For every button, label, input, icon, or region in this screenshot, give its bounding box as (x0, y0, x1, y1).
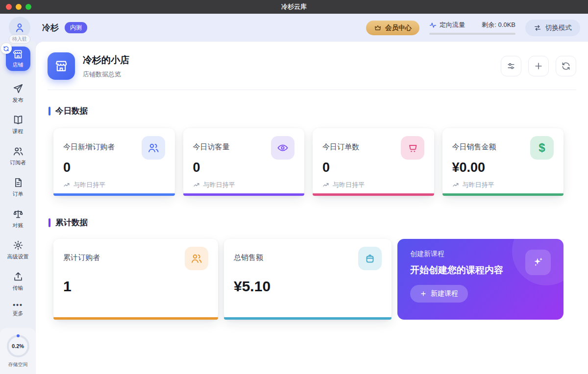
scales-icon (13, 209, 24, 219)
sidebar-item-publish[interactable]: 发布 (0, 78, 36, 109)
sidebar: 店铺 发布 课程 订阅者 (0, 42, 36, 374)
trend-up-icon (63, 182, 71, 189)
ellipsis-icon: ••• (13, 303, 23, 307)
sidebar-item-transfer[interactable]: 传输 (0, 266, 36, 297)
page-subtitle: 店铺数据总览 (83, 70, 129, 79)
bag-icon (358, 247, 382, 270)
sidebar-item-orders[interactable]: 订单 (0, 172, 36, 203)
section-accent-bar (49, 218, 50, 227)
beta-badge: 内测 (65, 22, 87, 33)
stat-card-orders[interactable]: 今日订单数 0 与昨日持平 (313, 128, 434, 196)
card-accent-bar (313, 193, 434, 196)
gear-icon (13, 240, 24, 251)
sidebar-item-shop[interactable]: 店铺 (6, 47, 30, 71)
traffic-progressbar (429, 33, 515, 35)
sidebar-item-advanced-settings[interactable]: 高级设置 (0, 234, 36, 266)
card-accent-bar (442, 193, 564, 196)
traffic-remaining: 剩余: 0.0KB (482, 21, 515, 29)
sync-badge[interactable] (1, 43, 12, 54)
refresh-icon (561, 61, 571, 71)
section-title-today: 今日数据 (49, 106, 576, 117)
user-avatar[interactable]: 待入驻 (8, 17, 31, 40)
sidebar-item-more[interactable]: ••• 更多 (0, 297, 36, 323)
storage-progress-ring: 0.2% (7, 335, 29, 357)
document-icon (13, 177, 24, 188)
window-titlebar: 冷杉云库 (0, 0, 588, 14)
stat-card-total-buyers[interactable]: 累计订购者 1 (53, 239, 218, 320)
username: 冷杉 (42, 22, 59, 33)
storage-label: 存储空间 (8, 361, 28, 368)
storefront-icon (54, 59, 68, 73)
stat-card-total-sales[interactable]: 总销售额 ¥5.10 (224, 239, 392, 320)
sync-icon (3, 46, 9, 52)
new-course-button[interactable]: 新建课程 (410, 285, 468, 303)
people-icon (13, 146, 24, 157)
card-accent-bar (53, 317, 218, 320)
storage-widget: 0.2% 存储空间 (0, 328, 36, 374)
sliders-icon (506, 61, 516, 71)
window-title: 冷杉云库 (281, 2, 307, 11)
sidebar-item-label: 店铺 (13, 61, 24, 69)
swap-arrows-icon (534, 24, 541, 32)
minimize-window-button[interactable] (16, 4, 22, 10)
card-accent-bar (183, 193, 305, 196)
sidebar-item-reconciliation[interactable]: 对账 (0, 203, 36, 234)
activity-icon (429, 22, 437, 29)
upload-icon (13, 271, 24, 282)
status-badge: 待入驻 (9, 35, 30, 44)
total-stats-grid: 累计订购者 1 总销售额 (53, 239, 564, 320)
plus-icon (420, 290, 427, 297)
stat-card-visitors[interactable]: 今日访客量 0 与昨日持平 (183, 128, 305, 196)
app-header: 待入驻 冷杉 内测 会员中心 定向流量 剩余: 0.0KB (0, 14, 588, 42)
refresh-button[interactable] (556, 56, 576, 76)
create-course-card[interactable]: 创建新课程 开始创建您的课程内容 新建课程 (397, 239, 564, 320)
membership-center-button[interactable]: 会员中心 (366, 21, 419, 35)
trend-up-icon (452, 182, 460, 189)
plus-icon (534, 61, 543, 71)
close-window-button[interactable] (6, 4, 12, 10)
zoom-window-button[interactable] (25, 4, 31, 10)
add-button[interactable] (528, 56, 549, 76)
sidebar-item-subscribers[interactable]: 订阅者 (0, 140, 36, 172)
crown-icon (374, 24, 382, 32)
card-accent-bar (224, 317, 392, 320)
page-title: 冷杉的小店 (83, 54, 129, 67)
person-icon (14, 22, 25, 33)
eye-icon (271, 136, 294, 160)
card-accent-bar (53, 193, 175, 196)
traffic-meter: 定向流量 剩余: 0.0KB (429, 21, 515, 35)
stat-card-sales[interactable]: 今日销售金额 $ ¥0.00 与昨日持平 (442, 128, 564, 196)
dollar-icon: $ (530, 136, 554, 160)
traffic-lights (6, 4, 31, 10)
people-icon (185, 247, 208, 270)
paper-plane-icon (13, 83, 24, 94)
stat-card-new-buyers[interactable]: 今日新增订购者 0 与昨日持平 (53, 128, 175, 196)
shop-panel-header: 冷杉的小店 店铺数据总览 (48, 52, 576, 90)
today-stats-grid: 今日新增订购者 0 与昨日持平 (53, 128, 564, 196)
shop-badge (48, 52, 75, 80)
switch-mode-button[interactable]: 切换模式 (525, 20, 580, 36)
section-title-total: 累计数据 (49, 217, 576, 228)
trend-up-icon (322, 182, 330, 189)
filter-settings-button[interactable] (501, 56, 521, 76)
sparkle-icon (525, 250, 551, 275)
trend-up-icon (193, 182, 200, 189)
section-accent-bar (49, 107, 50, 116)
book-icon (13, 115, 24, 125)
storage-progress-dot (17, 334, 20, 337)
people-icon (142, 136, 165, 160)
cart-icon (401, 136, 424, 160)
main-panel: 冷杉的小店 店铺数据总览 (36, 42, 588, 374)
storage-percent: 0.2% (12, 343, 24, 349)
traffic-label: 定向流量 (440, 21, 465, 29)
storefront-icon (13, 49, 24, 60)
sidebar-item-courses[interactable]: 课程 (0, 109, 36, 140)
